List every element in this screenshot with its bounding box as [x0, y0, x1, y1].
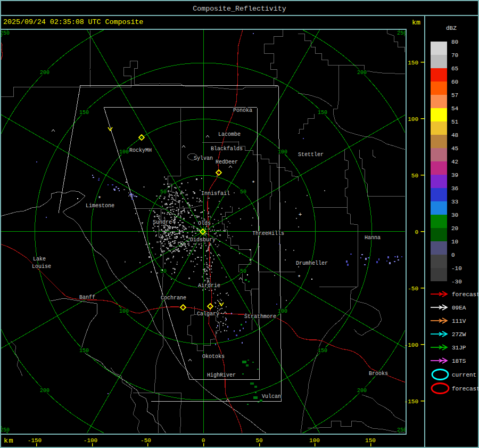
svg-text:31JP: 31JP	[452, 345, 466, 351]
svg-text:km: km	[4, 437, 14, 445]
svg-text:50: 50	[411, 173, 418, 179]
svg-text:48: 48	[451, 132, 458, 139]
svg-text:*: *	[252, 180, 255, 186]
svg-text:100: 100	[119, 149, 129, 155]
svg-text:0: 0	[451, 252, 455, 258]
svg-text:*: *	[98, 196, 102, 202]
svg-text:200: 200	[357, 70, 367, 76]
svg-text:*: *	[298, 274, 301, 281]
svg-text:100: 100	[408, 116, 418, 123]
svg-text:27ZW: 27ZW	[452, 331, 466, 338]
svg-text:150: 150	[365, 437, 376, 444]
svg-text:09EA: 09EA	[452, 305, 466, 311]
svg-text:ThreeHills: ThreeHills	[252, 231, 284, 237]
svg-text:200: 200	[40, 388, 49, 394]
svg-text:current: current	[452, 372, 476, 378]
svg-text:Sylvan: Sylvan	[194, 156, 213, 161]
svg-text:Olds: Olds	[198, 221, 211, 226]
svg-text:100: 100	[278, 149, 287, 155]
svg-text:Lacombe: Lacombe	[218, 132, 241, 137]
svg-text:HighRiver: HighRiver	[207, 372, 236, 378]
svg-text:Louise: Louise	[32, 264, 51, 270]
svg-text:-30: -30	[451, 279, 462, 285]
svg-text:0: 0	[202, 437, 205, 444]
svg-text:50: 50	[255, 437, 262, 444]
svg-text:42: 42	[451, 159, 458, 165]
svg-text:-150: -150	[404, 398, 418, 405]
svg-text:Lake: Lake	[33, 256, 46, 262]
svg-text:km: km	[412, 19, 420, 27]
svg-text:Strathmore: Strathmore	[244, 314, 276, 320]
svg-text:200: 200	[357, 388, 367, 394]
svg-text:100: 100	[309, 437, 320, 444]
svg-text:RedDeer: RedDeer	[216, 159, 238, 165]
svg-text:150: 150	[79, 110, 89, 116]
svg-text:Innisfail: Innisfail	[201, 191, 230, 197]
svg-text:0: 0	[415, 229, 418, 235]
svg-text:10: 10	[451, 239, 458, 245]
svg-text:+: +	[299, 211, 302, 218]
svg-text:36: 36	[451, 185, 458, 192]
svg-text:Banff: Banff	[79, 295, 95, 300]
svg-text:250: 250	[0, 427, 10, 433]
svg-text:150: 150	[318, 110, 327, 116]
svg-text:250: 250	[0, 30, 10, 36]
svg-text:45: 45	[451, 145, 458, 152]
svg-text:100: 100	[119, 308, 129, 314]
svg-text:50: 50	[160, 268, 167, 274]
svg-text:33: 33	[451, 199, 458, 205]
svg-text:150: 150	[408, 60, 418, 66]
svg-text:Didsbury: Didsbury	[190, 237, 216, 243]
svg-text:Airdrie: Airdrie	[198, 283, 220, 289]
svg-text:-100: -100	[404, 342, 418, 348]
svg-text:Hanna: Hanna	[365, 235, 381, 241]
svg-text:forecast: forecast	[452, 386, 479, 392]
svg-text:200: 200	[40, 70, 49, 76]
svg-text:-150: -150	[28, 437, 42, 444]
svg-text:RockyMH: RockyMH	[129, 148, 152, 153]
svg-text:30: 30	[451, 212, 458, 218]
svg-text:65: 65	[451, 66, 458, 72]
svg-text:51: 51	[451, 119, 459, 125]
svg-text:54: 54	[451, 105, 459, 112]
svg-text:150: 150	[79, 348, 89, 354]
svg-text:Calgary: Calgary	[197, 311, 219, 317]
svg-text:forecast: forecast	[452, 291, 479, 298]
svg-text:57: 57	[451, 92, 458, 99]
svg-text:50: 50	[240, 189, 246, 195]
svg-text:100: 100	[278, 308, 287, 314]
svg-text:111V: 111V	[452, 318, 466, 324]
svg-text:250: 250	[397, 427, 407, 433]
svg-text:-10: -10	[451, 265, 462, 272]
svg-text:Drumheller: Drumheller	[296, 260, 328, 266]
svg-text:Sundre: Sundre	[153, 219, 172, 225]
svg-text:39: 39	[451, 172, 458, 178]
svg-text:dBZ: dBZ	[446, 25, 457, 31]
svg-text:Ponoka: Ponoka	[233, 108, 252, 113]
svg-text:50: 50	[160, 189, 167, 195]
svg-text:18TS: 18TS	[452, 358, 466, 364]
svg-text:2025/09/24 02:35:08 UTC Compos: 2025/09/24 02:35:08 UTC Composite	[3, 18, 143, 26]
svg-text:Stettler: Stettler	[298, 152, 324, 158]
svg-text:Blackfalds: Blackfalds	[211, 146, 243, 152]
svg-text:Composite_Reflectivity: Composite_Reflectivity	[193, 5, 286, 13]
svg-text:-100: -100	[84, 437, 97, 444]
svg-text:70: 70	[451, 52, 458, 59]
svg-text:50: 50	[240, 268, 246, 274]
svg-text:250: 250	[397, 30, 407, 36]
svg-text:80: 80	[451, 39, 458, 45]
svg-text:Cochrane: Cochrane	[161, 295, 186, 301]
svg-text:Limestone: Limestone	[86, 203, 114, 209]
svg-text:150: 150	[318, 348, 327, 354]
svg-text:-50: -50	[141, 437, 151, 444]
svg-text:Okotoks: Okotoks	[202, 354, 225, 360]
svg-text:20: 20	[451, 225, 458, 232]
svg-text:Brooks: Brooks	[369, 371, 388, 377]
svg-text:-50: -50	[408, 286, 418, 292]
svg-text:60: 60	[451, 79, 458, 85]
svg-text:Vulcan: Vulcan	[262, 394, 281, 400]
